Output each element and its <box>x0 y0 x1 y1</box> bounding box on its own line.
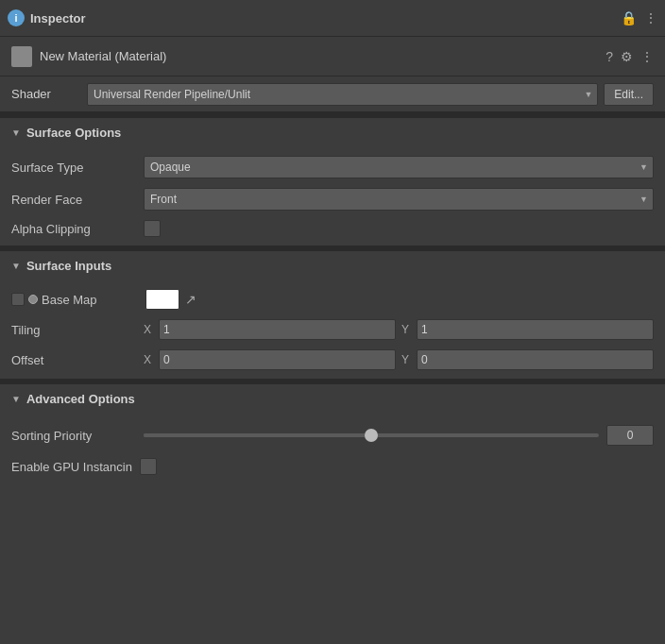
surface-type-label: Surface Type <box>11 161 144 175</box>
sorting-priority-slider-wrapper <box>144 425 654 446</box>
surface-type-select[interactable]: Opaque Transparent <box>144 156 654 178</box>
surface-options-title: Surface Options <box>26 126 121 140</box>
basemap-dot-icon <box>28 295 38 304</box>
material-thumbnail <box>11 46 32 67</box>
material-help-icon[interactable]: ? <box>605 49 613 64</box>
basemap-picker-icon[interactable]: ↗ <box>185 292 196 307</box>
advanced-options-triangle: ▼ <box>11 394 21 404</box>
render-face-control: Front Back Both <box>144 188 654 211</box>
surface-inputs-properties: Base Map ↗ Tiling X Y Offset X Y <box>0 280 665 379</box>
gpu-instancing-label: Enable GPU Instancin <box>11 460 132 474</box>
offset-x-axis: X <box>144 353 151 366</box>
tiling-row: Tiling X Y <box>0 314 665 345</box>
shader-edit-button[interactable]: Edit... <box>604 83 654 106</box>
header-kebab-icon[interactable]: ⋮ <box>644 11 657 25</box>
surface-inputs-title: Surface Inputs <box>26 259 111 273</box>
sorting-priority-label: Sorting Priority <box>11 429 144 443</box>
inspector-title: Inspector <box>30 11 621 25</box>
lock-icon[interactable]: 🔒 <box>621 11 637 25</box>
alpha-clipping-checkbox[interactable] <box>144 220 161 237</box>
offset-fields: X Y <box>144 349 654 370</box>
basemap-label: Base Map <box>42 293 145 307</box>
gpu-instancing-checkbox[interactable] <box>140 458 157 475</box>
offset-y-axis: Y <box>401 353 409 366</box>
surface-inputs-header[interactable]: ▼ Surface Inputs <box>0 251 665 280</box>
render-face-row: Render Face Front Back Both <box>0 183 665 215</box>
surface-options-header[interactable]: ▼ Surface Options <box>0 118 665 147</box>
sorting-priority-track[interactable] <box>144 433 599 437</box>
tiling-y-axis: Y <box>401 323 409 336</box>
sorting-priority-row: Sorting Priority <box>0 417 665 453</box>
advanced-options-properties: Sorting Priority Enable GPU Instancin <box>0 414 665 483</box>
material-name: New Material (Material) <box>40 49 605 63</box>
sorting-priority-value[interactable] <box>606 425 654 446</box>
inspector-header: i Inspector 🔒 ⋮ <box>0 0 665 37</box>
material-icons: ? ⚙ ⋮ <box>605 49 654 64</box>
alpha-clipping-label: Alpha Clipping <box>11 222 144 236</box>
render-face-select-wrapper: Front Back Both <box>144 188 654 211</box>
shader-label: Shader <box>11 87 87 101</box>
material-row: New Material (Material) ? ⚙ ⋮ <box>0 37 665 76</box>
offset-x-input[interactable] <box>159 349 396 370</box>
basemap-enable-checkbox[interactable] <box>11 293 25 306</box>
header-icons: 🔒 ⋮ <box>621 11 657 25</box>
shader-row: Shader Universal Render Pipeline/Unlit E… <box>0 76 665 112</box>
basemap-row: Base Map ↗ <box>0 284 665 314</box>
shader-select-wrapper: Universal Render Pipeline/Unlit <box>87 83 598 106</box>
tiling-label: Tiling <box>11 323 144 337</box>
surface-type-row: Surface Type Opaque Transparent <box>0 151 665 183</box>
sorting-priority-thumb[interactable] <box>365 429 378 442</box>
tiling-x-axis: X <box>144 323 151 336</box>
offset-y-input[interactable] <box>417 349 654 370</box>
info-icon: i <box>8 9 25 26</box>
surface-type-select-wrapper: Opaque Transparent <box>144 156 654 178</box>
alpha-clipping-row: Alpha Clipping <box>0 215 665 242</box>
tiling-x-input[interactable] <box>159 319 396 340</box>
render-face-label: Render Face <box>11 193 144 207</box>
render-face-select[interactable]: Front Back Both <box>144 188 654 211</box>
sorting-priority-fill <box>144 433 371 437</box>
basemap-color-swatch[interactable] <box>145 289 179 310</box>
gpu-instancing-row: Enable GPU Instancin <box>0 453 665 480</box>
advanced-options-header[interactable]: ▼ Advanced Options <box>0 384 665 414</box>
tiling-y-input[interactable] <box>417 319 654 340</box>
tiling-fields: X Y <box>144 319 654 340</box>
shader-select[interactable]: Universal Render Pipeline/Unlit <box>87 83 598 106</box>
offset-label: Offset <box>11 353 144 367</box>
material-settings-icon[interactable]: ⚙ <box>621 49 633 64</box>
advanced-options-title: Advanced Options <box>26 392 135 406</box>
material-kebab-icon[interactable]: ⋮ <box>640 49 654 64</box>
surface-type-control: Opaque Transparent <box>144 156 654 178</box>
surface-options-properties: Surface Type Opaque Transparent Render F… <box>0 147 665 246</box>
surface-inputs-triangle: ▼ <box>11 261 21 271</box>
alpha-clipping-control <box>144 220 654 237</box>
offset-row: Offset X Y <box>0 345 665 375</box>
surface-options-triangle: ▼ <box>11 127 21 138</box>
